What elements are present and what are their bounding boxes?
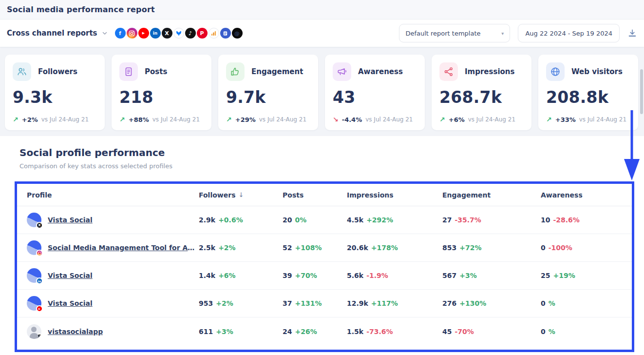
kpi-label: Impressions [465, 67, 514, 76]
pinterest-icon[interactable]: P [197, 28, 208, 39]
trend-up-icon [226, 116, 232, 123]
engagement-change: +3% [459, 272, 477, 279]
profiles-table-highlight: Profile Followers ↓ Posts Impressions En… [15, 181, 634, 352]
posts-change: +108% [295, 244, 322, 252]
kpi-label: Posts [145, 67, 167, 76]
google-analytics-icon[interactable] [208, 28, 219, 39]
kpi-label: Followers [38, 67, 77, 76]
youtube-icon[interactable]: ▶ [138, 28, 149, 39]
followers-change: +2% [218, 244, 236, 252]
kpi-value: 218 [119, 88, 204, 107]
followers-change: +2% [216, 299, 233, 307]
toolbar-right: Default report template ▾ Aug 22 2024 - … [399, 24, 637, 42]
awareness-value: 0 [541, 299, 546, 307]
select-caret-icon: ▾ [501, 31, 504, 36]
trend-up-icon [546, 116, 552, 123]
kpi-card-impressions: Impressions 268.7k +6% vs Jul 24-Aug 21 [432, 55, 531, 130]
linkedin-icon[interactable]: in [150, 28, 161, 39]
posts-value: 24 [283, 328, 292, 335]
column-engagement[interactable]: Engagement [442, 191, 541, 199]
report-toolbar: Cross channel reports f ▶ in X ♪ P @ [0, 20, 644, 47]
engagement-value: 27 [442, 216, 452, 224]
posts-value: 37 [283, 299, 292, 307]
column-profile[interactable]: Profile [27, 191, 199, 199]
threads-icon[interactable]: @ [232, 28, 243, 39]
engagement-change: -70% [455, 328, 474, 335]
column-awareness[interactable]: Awareness [541, 191, 632, 199]
table-row: vistasocialapp 611+3% 24+26% 1.5k-73.6% … [17, 317, 632, 345]
profile-link[interactable]: vistasocialapp [48, 328, 103, 335]
kpi-compare-period: vs Jul 24-Aug 21 [152, 116, 200, 123]
youtube-badge-icon [36, 305, 43, 312]
awareness-change: -28.6% [553, 216, 579, 224]
report-template-select[interactable]: Default report template ▾ [399, 24, 510, 42]
kpi-card-awareness: Awareness 43 -4.4% vs Jul 24-Aug 21 [325, 55, 425, 130]
kpi-change: +6% [449, 116, 465, 123]
x-icon[interactable]: X [162, 28, 172, 39]
awareness-value: 0 [541, 244, 546, 252]
column-posts[interactable]: Posts [283, 191, 347, 199]
impressions-change: +117% [371, 299, 398, 307]
sort-desc-icon[interactable]: ↓ [239, 191, 244, 198]
section-subtitle: Comparison of key stats across selected … [19, 162, 644, 170]
profile-link[interactable]: Social Media Management Tool for Agencie… [48, 244, 199, 252]
profile-link[interactable]: Vista Social [48, 216, 93, 224]
bluesky-icon[interactable] [173, 28, 184, 39]
x-badge-icon [36, 222, 43, 229]
table-row: Social Media Management Tool for Agencie… [17, 234, 632, 262]
kpi-compare-period: vs Jul 24-Aug 21 [579, 116, 626, 123]
kpi-change: +2% [22, 116, 38, 123]
column-impressions[interactable]: Impressions [347, 191, 442, 199]
posts-value: 52 [283, 244, 292, 252]
posts-change: +70% [295, 272, 317, 279]
tumblr-icon[interactable] [220, 28, 231, 39]
posts-change: 0% [295, 216, 306, 224]
trend-up-icon [119, 116, 125, 123]
megaphone-icon [333, 62, 351, 81]
facebook-icon[interactable]: f [115, 28, 126, 39]
linkedin-badge-icon [36, 277, 43, 284]
share-nodes-icon [439, 62, 458, 81]
kpi-compare-period: vs Jul 24-Aug 21 [41, 116, 89, 123]
trend-up-icon [439, 116, 445, 123]
scrollbar[interactable] [640, 69, 643, 114]
profile-link[interactable]: Vista Social [48, 272, 93, 279]
chevron-down-icon[interactable] [101, 30, 108, 37]
followers-change: +3% [216, 328, 233, 335]
engagement-value: 45 [442, 328, 452, 335]
engagement-value: 567 [442, 272, 456, 279]
kpi-value: 208.8k [546, 88, 630, 107]
impressions-change: +178% [371, 244, 398, 252]
download-icon[interactable] [627, 28, 637, 38]
instagram-icon[interactable] [127, 28, 137, 39]
cross-channel-reports-nav[interactable]: Cross channel reports [7, 29, 97, 38]
table-row: Vista Social 2.9k+0.6% 200% 4.5k+292% 27… [17, 206, 632, 234]
kpi-compare-period: vs Jul 24-Aug 21 [365, 116, 413, 123]
impressions-value: 1.5k [347, 328, 363, 335]
thumbs-up-icon [226, 62, 245, 81]
engagement-value: 276 [442, 299, 456, 307]
followers-change: +0.6% [218, 216, 243, 224]
date-range-picker[interactable]: Aug 22 2024 - Sep 19 2024 [518, 24, 620, 42]
kpi-change: -4.4% [342, 116, 362, 123]
followers-value: 611 [199, 328, 213, 335]
toolbar-left: Cross channel reports f ▶ in X ♪ P @ [7, 28, 243, 39]
kpi-label: Awareness [358, 67, 403, 76]
trend-up-icon [13, 116, 19, 123]
profile-link[interactable]: Vista Social [48, 299, 93, 307]
profile-avatar [27, 296, 41, 311]
trend-down-icon [333, 116, 339, 123]
impressions-value: 12.9k [347, 299, 368, 307]
kpi-card-web-visitors: Web visitors 208.8k +33% vs Jul 24-Aug 2… [538, 55, 638, 130]
engagement-change: -35.7% [455, 216, 481, 224]
column-followers[interactable]: Followers ↓ [199, 191, 283, 199]
profile-avatar [27, 324, 41, 339]
tiktok-badge-icon [36, 334, 41, 339]
engagement-change: +72% [459, 244, 481, 252]
tiktok-icon[interactable]: ♪ [185, 28, 196, 39]
page-title: Social media performance report [7, 5, 155, 14]
section-title: Social profile performance [19, 147, 644, 158]
impressions-change: -73.6% [366, 328, 393, 335]
posts-change: +131% [295, 299, 322, 307]
date-range-value: Aug 22 2024 - Sep 19 2024 [525, 30, 612, 37]
